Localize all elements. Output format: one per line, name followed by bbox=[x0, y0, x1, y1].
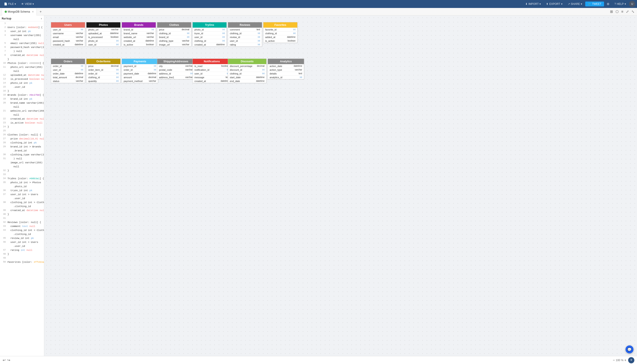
code-line: 35 photo_id int > Photos bbox=[0, 180, 44, 184]
help-icon: ? bbox=[614, 2, 616, 6]
table-row: ratingint bbox=[228, 43, 262, 46]
code-panel: Markup ‹ 12Users [color: #e66e63] {3 use… bbox=[0, 16, 44, 356]
panel-collapse-icon[interactable]: ‹ bbox=[41, 17, 42, 20]
code-line: 24} bbox=[0, 125, 44, 129]
table-row: photo_idint bbox=[87, 39, 120, 43]
chat-button[interactable]: 💬 bbox=[625, 346, 633, 354]
canvas-area[interactable]: Usersuser_idintusernamevarcharemailvarch… bbox=[44, 16, 637, 356]
table-notifications[interactable]: Notificationsis_readbooleannotification_… bbox=[192, 58, 231, 83]
zoom-level: 100 bbox=[616, 359, 620, 362]
view-menu[interactable]: 👁 VIEW ▾ bbox=[19, 2, 36, 6]
zoom-in-button[interactable]: + bbox=[624, 358, 626, 362]
zoom-controls: − 100 % + bbox=[613, 358, 626, 362]
table-row: pricedecimal bbox=[87, 64, 120, 68]
settings-button[interactable]: ⚙ bbox=[605, 1, 611, 7]
table-header-photos: Photos bbox=[87, 22, 120, 28]
code-line: 28 clothing_id int pk bbox=[0, 141, 44, 145]
code-line: 43 comment text null bbox=[0, 224, 44, 228]
table-row: user_idint bbox=[87, 43, 120, 46]
code-line: 2Users [color: #e66e63] { bbox=[0, 26, 44, 30]
table-row: pricedecimal bbox=[157, 28, 191, 32]
table-users[interactable]: Usersuser_idintusernamevarcharemailvarch… bbox=[51, 22, 85, 47]
table-brands[interactable]: Brandsbrand_idintbrand_namevarcharwebsit… bbox=[122, 22, 156, 47]
tweet-button[interactable]: 🐦 TWEET bbox=[585, 2, 604, 6]
table-header-payments: Payments bbox=[122, 59, 158, 64]
code-line: 47 rating int null bbox=[0, 248, 44, 252]
table-header-brands: Brands bbox=[122, 22, 156, 28]
import-icon: ⬇ bbox=[525, 2, 527, 6]
code-line: .user_id bbox=[0, 196, 44, 200]
table-row: user_idint bbox=[193, 35, 226, 39]
table-payments[interactable]: Paymentspayment_idintorder_idintpayment_… bbox=[122, 58, 158, 83]
table-row: tryon_idint bbox=[193, 32, 226, 35]
export-dropdown-icon: ▾ bbox=[561, 2, 562, 6]
file-dropdown-icon: ▾ bbox=[15, 2, 16, 6]
table-row: payment_datedatetime bbox=[122, 72, 158, 75]
help-dropdown-icon: ▾ bbox=[624, 2, 626, 6]
table-row: usernamevarchar bbox=[51, 32, 85, 35]
code-line: .clothing_id bbox=[0, 232, 44, 236]
table-row: payment_methodvarchar bbox=[122, 79, 158, 83]
table-row: notification_idint bbox=[193, 68, 231, 72]
new-tab-button[interactable]: + bbox=[38, 8, 44, 15]
layout-button[interactable]: ≡ bbox=[620, 9, 624, 14]
table-discounts[interactable]: Discountsdiscount_percentagedecimaldisco… bbox=[228, 58, 266, 83]
code-line: 13 is_processed boolean null bbox=[0, 77, 44, 81]
table-row: clothing_idint bbox=[228, 32, 262, 35]
table-photos[interactable]: Photosphoto_urlvarcharuploaded_atdatetim… bbox=[86, 22, 121, 47]
table-favorites[interactable]: Favoritesfavorite_idintclothing_idintadd… bbox=[263, 22, 297, 43]
add-table-button[interactable]: + bbox=[628, 357, 634, 363]
table-analytics[interactable]: Analyticsaction_datedatetimeaction_typev… bbox=[268, 58, 304, 79]
zoom-out-button[interactable]: − bbox=[613, 358, 615, 362]
code-line: } bbox=[0, 57, 44, 61]
active-tab[interactable]: MongoDB Schema ✕ bbox=[2, 8, 37, 16]
table-row: statusvarchar bbox=[51, 79, 85, 83]
table-reviews[interactable]: Reviewscommenttextclothing_idintreview_i… bbox=[228, 22, 262, 47]
share-menu[interactable]: ↗ SHARE ▾ bbox=[565, 2, 584, 6]
table-row: image_urlvarchar bbox=[157, 43, 191, 46]
file-menu[interactable]: 📄 FILE ▾ bbox=[2, 2, 18, 6]
table-row: photo_idint bbox=[193, 28, 226, 32]
code-lines: 12Users [color: #e66e63] {3 user_id int … bbox=[0, 22, 44, 264]
export-icon: ⬆ bbox=[546, 2, 548, 6]
table-row: start_datedatetime bbox=[228, 75, 266, 79]
grid-view-button[interactable]: ⊞ bbox=[609, 9, 614, 14]
table-orders[interactable]: Ordersorder_idintuser_idintorder_datedat… bbox=[51, 58, 85, 83]
table-row: amountdecimal bbox=[122, 75, 158, 79]
collapse-button[interactable]: ⤡ bbox=[630, 9, 635, 14]
tab-close-icon[interactable]: ✕ bbox=[32, 10, 34, 13]
table-row: user_idint bbox=[193, 72, 231, 75]
undo-button[interactable]: ↩ bbox=[3, 358, 6, 362]
redo-button[interactable]: ↪ bbox=[7, 358, 10, 362]
import-menu[interactable]: ⬇ IMPORT ▾ bbox=[523, 2, 543, 6]
user-avatar[interactable]: U bbox=[629, 1, 635, 7]
table-row: user_idint bbox=[228, 39, 262, 43]
code-line: 39 created_at datetime null bbox=[0, 208, 44, 212]
table-orderitems[interactable]: OrderItemspricedecimalorder_item_idintor… bbox=[86, 58, 121, 83]
table-shippingaddresses[interactable]: ShippingAddressescityvarcharpostal_codev… bbox=[157, 58, 195, 79]
code-line: 19 brand_id int pk bbox=[0, 97, 44, 101]
code-line: 40} bbox=[0, 212, 44, 216]
export-menu[interactable]: ⬆ EXPORT ▾ bbox=[544, 2, 564, 6]
table-row: address_idint bbox=[157, 72, 194, 75]
fullscreen-button[interactable]: ⤢ bbox=[625, 9, 630, 14]
table-clothes[interactable]: Clothespricedecimalclothing_idintbrand_i… bbox=[157, 22, 191, 47]
table-header-users: Users bbox=[51, 22, 85, 28]
export-view-button[interactable]: ⬡ bbox=[615, 9, 619, 14]
code-line: null bbox=[0, 69, 44, 73]
table-tryons[interactable]: TryOnsphoto_idinttryon_idintuser_idintcl… bbox=[192, 22, 227, 47]
table-row: total_amountdecimal bbox=[51, 75, 85, 79]
table-row: is_activeboolean bbox=[263, 39, 297, 43]
table-row: cityvarchar bbox=[157, 64, 194, 68]
table-row: messagetext bbox=[193, 75, 231, 79]
table-row: address_line1varchar bbox=[157, 75, 194, 79]
table-row: uploaded_atdatetime bbox=[87, 32, 120, 35]
table-row: action_datedatetime bbox=[268, 64, 304, 68]
table-row: end_datedatetime bbox=[228, 79, 266, 83]
tab-bar: MongoDB Schema ✕ + ⊞ ⬡ ≡ ⤢ ⤡ bbox=[0, 8, 637, 16]
table-row: clothing_idint bbox=[87, 75, 120, 79]
table-row: analytics_idint bbox=[268, 75, 304, 79]
help-menu[interactable]: ? HELP ▾ bbox=[612, 2, 628, 6]
code-line: .brand_id bbox=[0, 149, 44, 153]
twitter-icon: 🐦 bbox=[588, 2, 591, 6]
